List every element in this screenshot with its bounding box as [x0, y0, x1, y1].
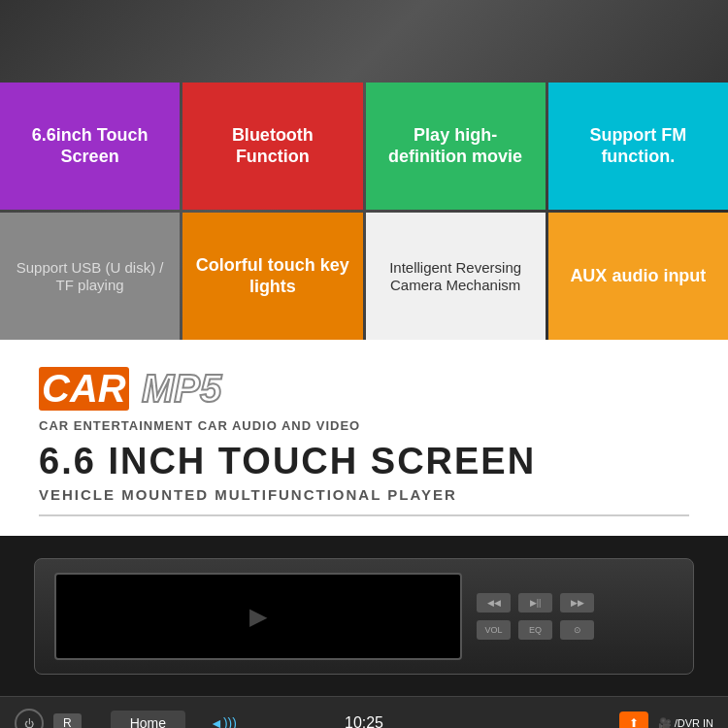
dvr-label: 🎥 /DVR IN — [658, 717, 713, 729]
bottom-section: ▶ ◀◀ ▶|| ▶▶ VOL EQ ⊙ ⏻ R Home ◄))) — [0, 536, 728, 728]
ctrl-btn-3: ▶▶ — [560, 593, 594, 612]
car-device-area: ▶ ◀◀ ▶|| ▶▶ VOL EQ ⊙ — [0, 536, 728, 696]
feature-tile-hd-movie: Play high-definition movie — [366, 83, 546, 210]
top-section: 6.6inch Touch Screen Bluetooth Function … — [0, 0, 728, 340]
brand-logo: CAR - MP5 — [39, 367, 689, 411]
ctrl-btn-6: ⊙ — [560, 620, 594, 640]
logo-dash-text: - — [129, 367, 142, 411]
main-heading: 6.6 INCH TOUCH SCREEN — [39, 441, 689, 482]
car-controls: ◀◀ ▶|| ▶▶ VOL EQ ⊙ — [477, 593, 594, 640]
device-bar-left: ⏻ R Home ◄))) — [15, 709, 237, 728]
feature-tile-bluetooth: Bluetooth Function — [182, 83, 362, 210]
feature-tile-fm: Support FM function. — [548, 83, 728, 210]
logo-car-text: CAR — [39, 367, 129, 411]
ctrl-btn-4: VOL — [477, 620, 511, 640]
brand-subtitle: Car Entertainment Car Audio and Video — [39, 418, 689, 433]
middle-section: CAR - MP5 Car Entertainment Car Audio an… — [0, 340, 728, 536]
ctrl-btn-2: ▶|| — [518, 593, 552, 612]
home-button[interactable]: Home — [111, 711, 185, 728]
logo-container: CAR - MP5 — [39, 367, 221, 411]
feature-tile-touch-lights: Colorful touch key lights — [182, 213, 362, 340]
sound-icon: ◄))) — [210, 715, 237, 728]
feature-tile-usb: Support USB (U disk) / TF playing — [0, 213, 180, 340]
time-display: 10:25 — [345, 714, 383, 728]
logo-mp5-text: MP5 — [142, 367, 221, 411]
control-row-2: VOL EQ ⊙ — [477, 620, 594, 640]
upload-button[interactable]: ⬆ — [619, 711, 648, 728]
feature-tile-touch-screen: 6.6inch Touch Screen — [0, 83, 180, 210]
control-row-1: ◀◀ ▶|| ▶▶ — [477, 593, 594, 612]
ctrl-btn-5: EQ — [518, 620, 552, 640]
car-screen: ▶ — [54, 573, 462, 660]
feature-tile-aux: AUX audio input — [548, 213, 728, 340]
device-bar-right: ⬆ 🎥 /DVR IN — [619, 711, 713, 728]
feature-tile-camera: Intelligent Reversing Camera Mechanism — [366, 213, 546, 340]
feature-grid: 6.6inch Touch Screen Bluetooth Function … — [0, 83, 728, 340]
r-button[interactable]: R — [53, 713, 82, 728]
device-bar: ⏻ R Home ◄))) 10:25 ⬆ 🎥 /DVR IN — [0, 696, 728, 728]
sub-heading: VEHICLE MOUNTED MULTIFUNCTIONAL PLAYER — [39, 486, 689, 516]
power-icon[interactable]: ⏻ — [15, 709, 44, 728]
car-unit: ▶ ◀◀ ▶|| ▶▶ VOL EQ ⊙ — [34, 558, 694, 675]
ctrl-btn-1: ◀◀ — [477, 593, 511, 612]
